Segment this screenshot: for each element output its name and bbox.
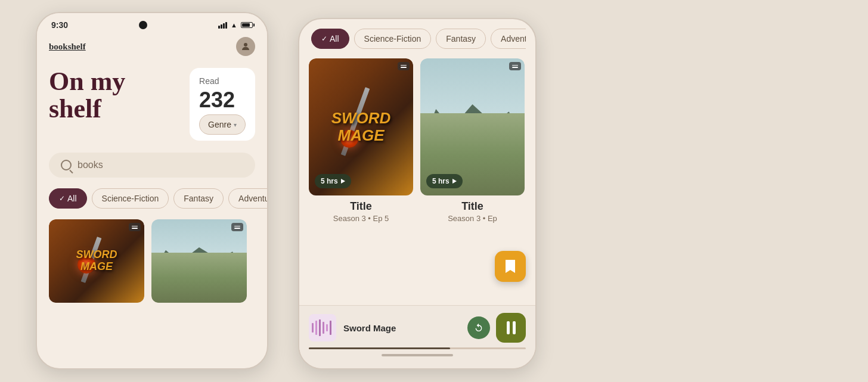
save-fab-button[interactable] xyxy=(495,251,526,282)
filter-tags-2: ✓ All Science-Fiction Fantasy Adventu xyxy=(309,29,526,58)
bookmark-icon xyxy=(504,259,516,274)
filter-all-2[interactable]: ✓ All xyxy=(311,29,349,49)
front-camera xyxy=(139,21,147,29)
status-icons: ▲ xyxy=(218,21,253,29)
book-subtitle-desert: Season 3 • Ep xyxy=(421,214,523,223)
cover-badge xyxy=(129,223,141,231)
replay-button[interactable] xyxy=(467,316,490,339)
svg-rect-4 xyxy=(323,322,324,334)
books-grid: SWORDMAGE xyxy=(37,212,267,310)
player-controls xyxy=(467,313,526,343)
svg-point-0 xyxy=(244,43,247,46)
book-cover-sword-mage: SWORDMAGE xyxy=(49,219,144,303)
svg-rect-2 xyxy=(315,321,317,335)
check-icon-2: ✓ xyxy=(321,35,327,43)
read-label: Read xyxy=(199,76,246,86)
play-icon xyxy=(341,179,345,184)
player-track: Sword Mage xyxy=(309,313,526,343)
book-title-sword: Title xyxy=(310,200,412,213)
replay-icon xyxy=(474,323,483,333)
search-icon xyxy=(61,160,72,170)
cover-badge-large-2 xyxy=(509,62,521,70)
wifi-icon: ▲ xyxy=(231,21,237,29)
book-cover-title: SWORDMAGE xyxy=(76,249,117,273)
filter-fantasy[interactable]: Fantasy xyxy=(173,188,224,209)
genre-button[interactable]: Genre ▾ xyxy=(199,114,246,135)
svg-rect-1 xyxy=(312,323,314,333)
book-subtitle-sword: Season 3 • Ep 5 xyxy=(310,214,412,223)
progress-fill xyxy=(309,347,450,349)
svg-rect-3 xyxy=(319,319,321,336)
filter-tags: ✓ All Science-Fiction Fantasy Adventu... xyxy=(37,185,267,212)
filter-adventure-2[interactable]: Adventu xyxy=(491,29,526,49)
app-header: bookshelf xyxy=(37,35,267,63)
svg-rect-6 xyxy=(330,321,331,335)
book-title-desert: Title xyxy=(421,200,523,213)
signal-icon xyxy=(218,22,227,29)
book-card-2-sword[interactable]: SWORDMAGE 5 hrs xyxy=(309,58,413,228)
home-indicator xyxy=(382,354,453,356)
waveform-icon xyxy=(311,316,334,340)
read-card: Read 232 Genre ▾ xyxy=(190,68,255,141)
book-card-2-desert[interactable]: 5 hrs Title Season 3 • Ep xyxy=(420,58,525,228)
progress-bar[interactable] xyxy=(309,347,526,349)
book-card-desert[interactable] xyxy=(151,219,247,303)
read-count: 232 xyxy=(199,89,246,111)
book-cover-desert xyxy=(151,219,247,303)
battery-icon xyxy=(241,22,253,28)
cover-badge-large xyxy=(398,62,410,70)
cover-badge-2 xyxy=(231,223,243,231)
book-card-sword-mage[interactable]: SWORDMAGE xyxy=(49,219,144,303)
book-cover-large-desert: 5 hrs xyxy=(420,58,525,195)
bottom-player: Sword Mage xyxy=(299,305,535,368)
status-bar-1: 9:30 ▲ xyxy=(37,13,267,35)
svg-rect-5 xyxy=(326,324,328,331)
pause-icon xyxy=(507,321,516,334)
phone-1: 9:30 ▲ bookshelf xyxy=(36,12,268,369)
book-info-desert: Title Season 3 • Ep xyxy=(420,195,525,228)
duration-badge-2: 5 hrs xyxy=(426,174,463,188)
book-info-sword: Title Season 3 • Ep 5 xyxy=(309,195,413,228)
avatar[interactable] xyxy=(236,37,255,56)
search-bar[interactable]: books xyxy=(49,153,255,178)
books-grid-2: SWORDMAGE 5 hrs xyxy=(309,58,526,228)
chevron-down-icon: ▾ xyxy=(234,122,237,128)
duration-badge-1: 5 hrs xyxy=(315,174,351,188)
cover-title-2: SWORDMAGE xyxy=(331,110,391,144)
player-title: Sword Mage xyxy=(343,323,460,333)
filter-all[interactable]: ✓ All xyxy=(49,188,87,209)
search-input[interactable]: books xyxy=(78,160,103,170)
pause-button[interactable] xyxy=(496,313,526,343)
book-cover-large-sword: SWORDMAGE 5 hrs xyxy=(309,58,413,195)
search-container: books xyxy=(37,145,267,185)
status-time: 9:30 xyxy=(51,20,68,30)
phone-2: ✓ All Science-Fiction Fantasy Adventu xyxy=(298,18,537,369)
ground-decoration xyxy=(151,253,247,303)
filter-adventure[interactable]: Adventu... xyxy=(228,188,267,209)
play-icon-2 xyxy=(452,179,457,184)
filter-sci-fi[interactable]: Science-Fiction xyxy=(92,188,169,209)
check-icon: ✓ xyxy=(59,194,65,203)
filter-fantasy-2[interactable]: Fantasy xyxy=(436,29,486,49)
filter-sci-fi-2[interactable]: Science-Fiction xyxy=(354,29,432,49)
hero-title: On my shelf xyxy=(49,68,182,123)
app-logo: bookshelf xyxy=(49,42,86,52)
player-thumbnail xyxy=(309,314,336,341)
hero-section: On my shelf Read 232 Genre ▾ xyxy=(37,63,267,145)
